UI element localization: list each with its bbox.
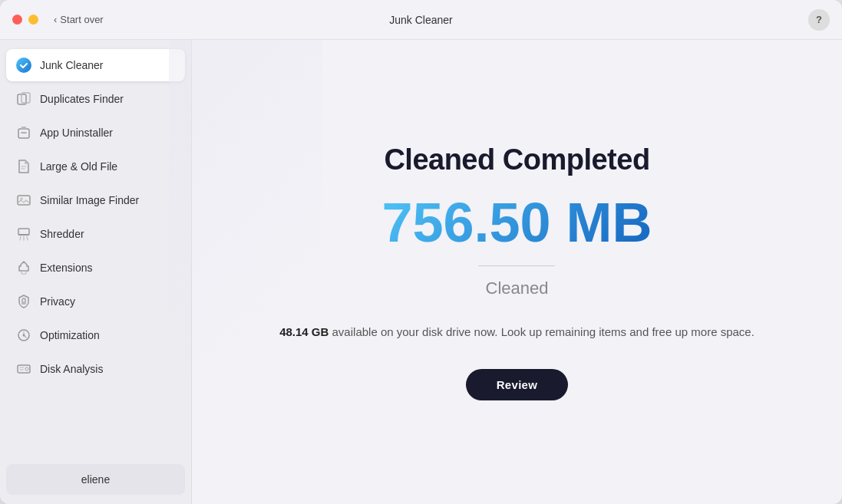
sidebar: Junk Cleaner Duplicates Finder	[0, 40, 192, 504]
divider	[478, 265, 555, 266]
start-over-button[interactable]: ‹ Start over	[54, 14, 104, 25]
cleaned-label: Cleaned	[486, 278, 549, 298]
sidebar-item-similar-image-finder[interactable]: Similar Image Finder	[6, 184, 185, 216]
privacy-icon	[15, 293, 32, 310]
sidebar-item-duplicates-finder[interactable]: Duplicates Finder	[6, 83, 185, 115]
sidebar-item-label: Shredder	[40, 228, 84, 240]
svg-point-0	[16, 58, 31, 73]
disk-available: 48.14 GB	[279, 325, 329, 338]
help-button[interactable]: ?	[808, 9, 830, 31]
app-window: ‹ Start over Junk Cleaner ?	[0, 0, 842, 504]
sidebar-item-label: Similar Image Finder	[40, 194, 139, 206]
review-label: Review	[497, 378, 538, 391]
close-button[interactable]	[12, 15, 22, 25]
svg-point-19	[25, 367, 28, 371]
sidebar-item-extensions[interactable]: Extensions	[6, 252, 185, 284]
sidebar-item-optimization[interactable]: Optimization	[6, 319, 185, 351]
review-button[interactable]: Review	[466, 369, 569, 400]
disk-info: 48.14 GB available on your disk drive no…	[279, 323, 754, 341]
title-bar: ‹ Start over Junk Cleaner ?	[0, 0, 842, 40]
svg-point-17	[23, 334, 25, 337]
junk-icon	[15, 57, 32, 74]
window-title: Junk Cleaner	[389, 14, 453, 26]
content-inner: Cleaned Completed 756.50 MB Cleaned 48.1…	[279, 143, 754, 400]
file-icon	[15, 158, 32, 175]
disk-info-suffix: available on your disk drive now. Look u…	[329, 325, 754, 338]
sidebar-item-label: Duplicates Finder	[40, 93, 124, 105]
sidebar-item-label: Disk Analysis	[40, 363, 103, 375]
help-label: ?	[816, 14, 822, 25]
svg-point-8	[21, 198, 23, 200]
user-profile[interactable]: eliene	[6, 464, 185, 495]
sidebar-item-app-uninstaller[interactable]: App Uninstaller	[6, 117, 185, 149]
sidebar-item-label: Extensions	[40, 262, 92, 274]
shredder-icon	[15, 226, 32, 242]
sidebar-item-privacy[interactable]: Privacy	[6, 285, 185, 318]
sidebar-item-label: App Uninstaller	[40, 127, 113, 139]
sidebar-item-junk-cleaner[interactable]: Junk Cleaner	[6, 49, 185, 81]
main-layout: Junk Cleaner Duplicates Finder	[0, 40, 842, 504]
cleaned-amount: 756.50 MB	[381, 195, 652, 250]
traffic-lights	[12, 15, 38, 25]
svg-rect-3	[18, 129, 29, 138]
svg-rect-15	[21, 301, 26, 305]
image-icon	[15, 192, 32, 209]
sidebar-nav: Junk Cleaner Duplicates Finder	[6, 49, 185, 464]
sidebar-item-label: Large & Old File	[40, 160, 117, 173]
duplicates-icon	[15, 91, 32, 107]
sidebar-item-label: Privacy	[40, 295, 75, 308]
headline: Cleaned Completed	[384, 143, 649, 176]
chevron-left-icon: ‹	[54, 14, 57, 25]
start-over-label: Start over	[60, 14, 103, 25]
svg-line-13	[27, 236, 28, 240]
svg-rect-7	[18, 196, 30, 205]
optimization-icon	[15, 327, 32, 344]
sidebar-item-disk-analysis[interactable]: Disk Analysis	[6, 353, 185, 385]
disk-icon	[15, 361, 32, 377]
sidebar-item-label: Junk Cleaner	[40, 59, 104, 71]
sidebar-item-shredder[interactable]: Shredder	[6, 218, 185, 250]
svg-line-11	[20, 236, 21, 240]
content-area: Cleaned Completed 756.50 MB Cleaned 48.1…	[192, 40, 842, 504]
minimize-button[interactable]	[28, 15, 38, 25]
svg-rect-9	[18, 229, 29, 235]
sidebar-item-label: Optimization	[40, 329, 100, 341]
extensions-icon	[15, 259, 32, 276]
sidebar-item-large-old-file[interactable]: Large & Old File	[6, 150, 185, 183]
username-label: eliene	[81, 473, 110, 486]
uninstaller-icon	[15, 124, 32, 141]
